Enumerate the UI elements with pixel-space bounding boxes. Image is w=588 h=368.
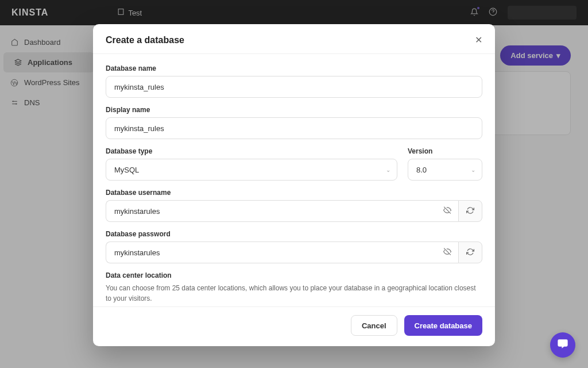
label-data-center: Data center location xyxy=(106,271,482,279)
cancel-button[interactable]: Cancel xyxy=(351,315,397,336)
label-database-name: Database name xyxy=(106,64,482,72)
version-select[interactable] xyxy=(408,159,482,181)
create-database-modal: Create a database ✕ Database name Displa… xyxy=(93,24,495,346)
modal-overlay: Create a database ✕ Database name Displa… xyxy=(0,0,588,368)
label-database-username: Database username xyxy=(106,189,482,197)
help-data-center: You can choose from 25 data center locat… xyxy=(106,283,482,304)
regenerate-password-button[interactable] xyxy=(458,241,482,263)
eye-off-icon[interactable] xyxy=(443,248,451,258)
database-password-input[interactable] xyxy=(106,241,458,263)
label-database-password: Database password xyxy=(106,230,482,238)
create-database-button[interactable]: Create database xyxy=(404,315,482,336)
label-display-name: Display name xyxy=(106,106,482,114)
database-type-select[interactable] xyxy=(106,159,397,181)
database-username-input[interactable] xyxy=(106,200,458,222)
refresh-icon xyxy=(466,248,474,258)
close-button[interactable]: ✕ xyxy=(475,34,482,45)
regenerate-username-button[interactable] xyxy=(458,200,482,222)
eye-off-icon[interactable] xyxy=(443,206,451,216)
close-icon: ✕ xyxy=(475,35,482,45)
display-name-input[interactable] xyxy=(106,117,482,139)
modal-title: Create a database xyxy=(106,35,184,45)
label-database-type: Database type xyxy=(106,147,397,155)
refresh-icon xyxy=(466,206,474,216)
label-version: Version xyxy=(408,147,482,155)
database-name-input[interactable] xyxy=(106,76,482,98)
chat-icon xyxy=(556,338,569,353)
chat-launcher[interactable] xyxy=(550,332,575,358)
